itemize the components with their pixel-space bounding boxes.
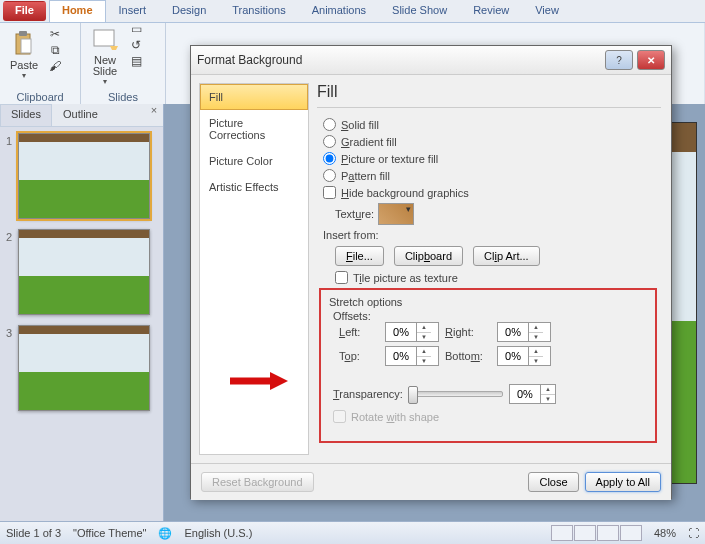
- new-slide-icon: [89, 23, 121, 55]
- layout-icon[interactable]: ▭: [128, 22, 144, 36]
- tab-home[interactable]: Home: [49, 0, 106, 22]
- slide-thumb-2[interactable]: 2: [6, 229, 157, 315]
- paste-button[interactable]: Paste: [4, 25, 44, 83]
- cat-fill[interactable]: Fill: [200, 84, 308, 110]
- tab-review[interactable]: Review: [460, 0, 522, 22]
- dialog-categories: Fill Picture Corrections Picture Color A…: [199, 83, 309, 455]
- offsets-label: Offsets:: [333, 310, 647, 322]
- svg-rect-1: [19, 31, 27, 36]
- offset-left[interactable]: ▲▼: [385, 322, 439, 342]
- status-zoom: 48%: [654, 527, 676, 539]
- nav-slides[interactable]: Slides: [0, 104, 52, 126]
- status-bar: Slide 1 of 3 "Office Theme" 🌐 English (U…: [0, 521, 705, 544]
- annotation-arrow-icon: [228, 370, 288, 392]
- opt-solid-fill[interactable]: SSolid fillolid fill: [323, 118, 661, 131]
- fit-icon[interactable]: ⛶: [688, 527, 699, 539]
- close-panel-icon[interactable]: ×: [145, 104, 163, 126]
- status-slide: Slide 1 of 3: [6, 527, 61, 539]
- slide-thumb-3[interactable]: 3: [6, 325, 157, 411]
- opt-picture-texture-fill[interactable]: Picture or texture fill: [323, 152, 661, 165]
- insert-from-label: Insert from:: [323, 229, 661, 241]
- insert-file-button[interactable]: File...: [335, 246, 384, 266]
- texture-picker[interactable]: [378, 203, 414, 225]
- new-slide-button[interactable]: New Slide: [85, 20, 125, 89]
- tab-transitions[interactable]: Transitions: [219, 0, 298, 22]
- copy-icon[interactable]: ⧉: [47, 43, 63, 57]
- close-button[interactable]: ✕: [637, 50, 665, 70]
- status-theme: "Office Theme": [73, 527, 146, 539]
- tab-design[interactable]: Design: [159, 0, 219, 22]
- reset-background-button: Reset Background: [201, 472, 314, 492]
- cat-picture-color[interactable]: Picture Color: [200, 148, 308, 174]
- nav-outline[interactable]: Outline: [52, 104, 109, 126]
- stretch-legend: Stretch options: [329, 296, 647, 308]
- texture-label: Texture:: [335, 208, 374, 220]
- opt-tile[interactable]: Tile picture as texture: [335, 271, 661, 284]
- group-slides-label: Slides: [85, 89, 161, 103]
- tab-file[interactable]: File: [3, 1, 46, 21]
- svg-marker-4: [110, 46, 118, 50]
- group-clipboard-label: Clipboard: [4, 89, 76, 103]
- svg-rect-2: [21, 39, 31, 53]
- offset-right[interactable]: ▲▼: [497, 322, 551, 342]
- status-lang: English (U.S.): [184, 527, 252, 539]
- tab-slideshow[interactable]: Slide Show: [379, 0, 460, 22]
- stretch-options-highlight: Stretch options Offsets: Left: ▲▼ Right:…: [319, 288, 657, 443]
- apply-to-all-button[interactable]: Apply to All: [585, 472, 661, 492]
- section-icon[interactable]: ▤: [128, 54, 144, 68]
- insert-clipart-button[interactable]: Clip Art...: [473, 246, 540, 266]
- view-buttons[interactable]: [551, 525, 642, 541]
- slides-panel: Slides Outline × 1 2 3: [0, 104, 164, 522]
- svg-marker-6: [270, 372, 288, 390]
- opt-hide-bg[interactable]: Hide background graphics: [323, 186, 661, 199]
- dialog-title: Format Background: [197, 53, 601, 67]
- tab-animations[interactable]: Animations: [299, 0, 379, 22]
- cat-artistic-effects[interactable]: Artistic Effects: [200, 174, 308, 200]
- offset-bottom[interactable]: ▲▼: [497, 346, 551, 366]
- tab-view[interactable]: View: [522, 0, 572, 22]
- opt-gradient-fill[interactable]: Gradient fill: [323, 135, 661, 148]
- clipboard-icon: [8, 28, 40, 60]
- opt-pattern-fill[interactable]: Pattern fill: [323, 169, 661, 182]
- slide-thumb-1[interactable]: 1: [6, 133, 157, 219]
- cat-picture-corrections[interactable]: Picture Corrections: [200, 110, 308, 148]
- transparency-slider[interactable]: [409, 391, 503, 397]
- offset-top[interactable]: ▲▼: [385, 346, 439, 366]
- format-background-dialog: Format Background ? ✕ Fill Picture Corre…: [190, 45, 672, 499]
- close-dialog-button[interactable]: Close: [528, 472, 578, 492]
- insert-clipboard-button[interactable]: Clipboard: [394, 246, 463, 266]
- help-button[interactable]: ?: [605, 50, 633, 70]
- svg-rect-3: [94, 30, 114, 46]
- reset-icon[interactable]: ↺: [128, 38, 144, 52]
- transparency-value[interactable]: ▲▼: [509, 384, 556, 404]
- status-lang-icon: 🌐: [158, 527, 172, 540]
- section-heading: Fill: [317, 83, 661, 108]
- format-painter-icon[interactable]: 🖌: [47, 59, 63, 73]
- cut-icon[interactable]: ✂: [47, 27, 63, 41]
- tab-insert[interactable]: Insert: [106, 0, 160, 22]
- opt-rotate-with-shape: Rotate with shape: [333, 410, 647, 423]
